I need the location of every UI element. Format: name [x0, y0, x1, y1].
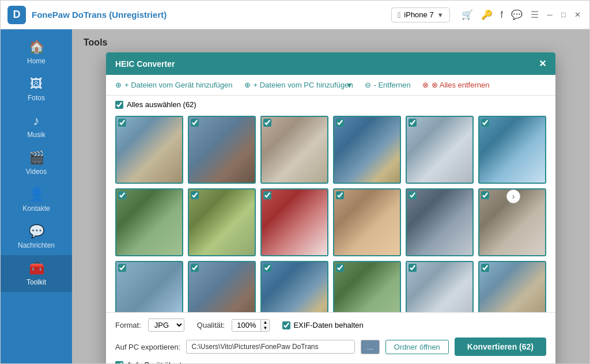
add-from-device-button[interactable]: ⊕ + Dateien vom Gerät hinzufügen	[115, 81, 233, 89]
sidebar-item-nachrichten[interactable]: 💬 Nachrichten	[1, 218, 72, 255]
photo-item[interactable]	[188, 116, 256, 184]
photo-item[interactable]	[260, 261, 328, 312]
photo-checkbox[interactable]	[336, 191, 344, 199]
facebook-icon[interactable]: f	[501, 10, 503, 20]
photo-thumbnail	[407, 262, 472, 312]
photo-checkbox[interactable]	[118, 264, 126, 272]
photo-item[interactable]	[478, 116, 546, 184]
photo-item[interactable]	[333, 261, 401, 312]
photo-checkbox[interactable]	[191, 119, 199, 127]
photo-thumbnail	[116, 117, 182, 183]
photo-item[interactable]	[188, 188, 256, 256]
photo-thumbnail	[334, 189, 400, 255]
toolkit-icon: 🧰	[29, 261, 44, 276]
app-window: D FonePaw DoTrans (Unregistriert)  iPho…	[0, 0, 590, 364]
exif-row: EXIF-Daten behalten	[282, 321, 363, 329]
photo-item[interactable]	[333, 188, 401, 256]
apple-icon: 	[398, 10, 400, 20]
photo-checkbox[interactable]	[336, 119, 344, 127]
photo-checkbox[interactable]	[481, 119, 489, 127]
photo-checkbox[interactable]	[118, 119, 126, 127]
open-folder-button[interactable]: Ordner öffnen	[385, 340, 449, 354]
photo-checkbox[interactable]	[481, 191, 489, 199]
photo-checkbox[interactable]	[409, 191, 417, 199]
quality-arrows: ▲ ▼	[260, 320, 269, 331]
photo-checkbox[interactable]	[118, 191, 126, 199]
photo-checkbox[interactable]	[409, 264, 417, 272]
photo-thumbnail	[189, 189, 255, 255]
maximize-button[interactable]: □	[558, 10, 569, 20]
remove-all-button[interactable]: ⊗ ⊗ Alles entfernen	[422, 81, 490, 89]
add-pc-dropdown-button[interactable]: ▼	[346, 81, 353, 89]
key-icon[interactable]: 🔑	[481, 9, 493, 20]
sidebar: 🏠 Home 🖼 Fotos ♪ Musik 🎬 Videos 👤 Kontak…	[1, 29, 72, 363]
select-all-checkbox[interactable]	[115, 101, 123, 109]
photo-item[interactable]	[260, 116, 328, 184]
quality-up-button[interactable]: ▲	[261, 320, 269, 325]
photo-checkbox[interactable]	[409, 119, 417, 127]
remove-icon: ⊖	[365, 81, 371, 89]
modal-overlay: HEIC Converter ✕ ⊕ + Dateien vom Gerät h…	[72, 29, 589, 363]
format-select[interactable]: JPG PNG	[148, 318, 184, 332]
title-bar: D FonePaw DoTrans (Unregistriert)  iPho…	[1, 1, 589, 29]
sidebar-item-label: Nachrichten	[18, 241, 55, 249]
photo-grid	[106, 113, 555, 312]
app-title: FonePaw DoTrans (Unregistriert)	[32, 10, 167, 20]
sidebar-item-label: Videos	[26, 168, 47, 176]
sidebar-item-musik[interactable]: ♪ Musik	[1, 108, 72, 145]
window-controls: ─ □ ✕	[544, 10, 583, 20]
convert-button[interactable]: Konvertieren (62)	[455, 338, 546, 356]
exif-checkbox[interactable]	[282, 321, 290, 329]
device-selector[interactable]:  iPhone 7 ▼	[391, 7, 449, 22]
photo-item[interactable]	[115, 261, 183, 312]
photos-icon: 🖼	[30, 77, 43, 92]
photo-item[interactable]	[406, 261, 474, 312]
scroll-right-button[interactable]: ›	[506, 189, 520, 203]
remove-button[interactable]: ⊖ - Entfernen	[365, 81, 411, 89]
photo-checkbox[interactable]	[481, 264, 489, 272]
sidebar-item-videos[interactable]: 🎬 Videos	[1, 145, 72, 181]
add-pc-icon: ⊕	[244, 81, 251, 89]
main-content: 🏠 Home 🖼 Fotos ♪ Musik 🎬 Videos 👤 Kontak…	[1, 29, 589, 363]
sidebar-item-toolkit[interactable]: 🧰 Toolkit	[1, 255, 72, 292]
export-path-input[interactable]	[186, 340, 355, 354]
close-button[interactable]: ✕	[572, 10, 583, 20]
sidebar-item-kontakte[interactable]: 👤 Kontakte	[1, 181, 72, 218]
cart-icon[interactable]: 🛒	[462, 9, 473, 20]
export-label: Auf PC exportieren:	[115, 343, 180, 351]
photo-item[interactable]	[406, 188, 474, 256]
photo-item[interactable]	[333, 116, 401, 184]
photo-item[interactable]	[260, 188, 328, 256]
photo-item[interactable]	[115, 116, 183, 184]
photo-thumbnail	[189, 262, 255, 312]
photo-checkbox[interactable]	[263, 119, 271, 127]
browse-button[interactable]: ...	[361, 340, 380, 354]
sidebar-item-home[interactable]: 🏠 Home	[1, 34, 72, 71]
messages-icon: 💬	[29, 224, 44, 239]
photo-item[interactable]	[478, 261, 546, 312]
sidebar-item-label: Home	[27, 57, 46, 65]
photo-thumbnail	[334, 262, 400, 312]
minimize-button[interactable]: ─	[544, 10, 555, 20]
photo-item[interactable]	[115, 188, 183, 256]
modal-bottom: Format: JPG PNG Qualität: 100% ▲ ▼	[106, 312, 555, 363]
photo-item[interactable]	[406, 116, 474, 184]
chat-icon[interactable]: 💬	[511, 9, 523, 20]
photo-checkbox[interactable]	[191, 264, 199, 272]
photo-checkbox[interactable]	[263, 191, 271, 199]
modal-title: HEIC Converter	[115, 59, 175, 69]
upload-checkbox[interactable]	[115, 361, 123, 364]
music-icon: ♪	[33, 113, 40, 128]
photo-item[interactable]	[188, 261, 256, 312]
titlebar-actions: 🛒 🔑 f 💬 ☰	[462, 9, 539, 20]
add-from-pc-button[interactable]: ⊕ + Dateien vom PC hinzufügen	[244, 81, 353, 89]
export-row: Auf PC exportieren: ... Ordner öffnen Ko…	[115, 338, 546, 356]
menu-icon[interactable]: ☰	[531, 9, 539, 20]
quality-down-button[interactable]: ▼	[261, 325, 269, 331]
photo-checkbox[interactable]	[336, 264, 344, 272]
photo-checkbox[interactable]	[263, 264, 271, 272]
sidebar-item-fotos[interactable]: 🖼 Fotos	[1, 71, 72, 108]
photo-checkbox[interactable]	[191, 191, 199, 199]
photo-thumbnail	[479, 262, 545, 312]
modal-close-button[interactable]: ✕	[539, 58, 546, 69]
